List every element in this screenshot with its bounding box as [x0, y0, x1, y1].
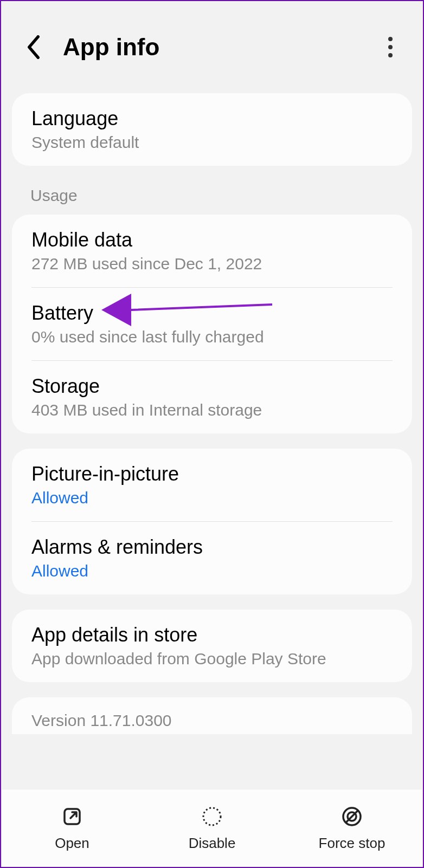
battery-value: 0% used since last fully charged [31, 328, 393, 346]
storage-value: 403 MB used in Internal storage [31, 401, 393, 419]
open-label: Open [55, 835, 89, 852]
language-card: Language System default [12, 93, 412, 166]
language-title: Language [31, 107, 393, 130]
battery-title: Battery [31, 302, 393, 325]
mobile-data-title: Mobile data [31, 229, 393, 251]
pip-status: Allowed [31, 489, 393, 507]
bottom-action-bar: Open Disable Force stop [2, 789, 422, 867]
page-title: App info [63, 34, 377, 61]
force-stop-icon [341, 806, 363, 827]
version-text: Version 11.71.0300 [31, 711, 393, 730]
svg-point-4 [203, 808, 221, 825]
open-external-icon [61, 806, 83, 827]
app-details-value: App downloaded from Google Play Store [31, 650, 393, 668]
svg-point-1 [388, 45, 393, 49]
app-details-title: App details in store [31, 624, 393, 646]
version-card: Version 11.71.0300 [12, 697, 412, 734]
svg-point-0 [388, 37, 393, 41]
store-card: App details in store App downloaded from… [12, 610, 412, 682]
alarms-row[interactable]: Alarms & reminders Allowed [12, 522, 412, 594]
chevron-left-icon [26, 35, 41, 59]
pip-title: Picture-in-picture [31, 463, 393, 485]
language-value: System default [31, 133, 393, 152]
battery-row[interactable]: Battery 0% used since last fully charged [12, 288, 412, 360]
usage-card: Mobile data 272 MB used since Dec 1, 202… [12, 215, 412, 433]
open-button[interactable]: Open [2, 805, 142, 852]
usage-section-label: Usage [1, 181, 423, 215]
app-details-row[interactable]: App details in store App downloaded from… [12, 610, 412, 682]
force-stop-button[interactable]: Force stop [282, 805, 422, 852]
app-bar: App info [1, 1, 423, 93]
disable-icon [201, 806, 223, 827]
alarms-status: Allowed [31, 562, 393, 580]
mobile-data-row[interactable]: Mobile data 272 MB used since Dec 1, 202… [12, 215, 412, 287]
svg-point-2 [388, 53, 393, 57]
storage-row[interactable]: Storage 403 MB used in Internal storage [12, 361, 412, 433]
more-options-button[interactable] [377, 34, 403, 60]
language-row[interactable]: Language System default [12, 93, 412, 166]
storage-title: Storage [31, 375, 393, 398]
disable-button[interactable]: Disable [142, 805, 282, 852]
alarms-title: Alarms & reminders [31, 536, 393, 559]
more-vertical-icon [388, 36, 393, 58]
back-button[interactable] [21, 34, 47, 60]
mobile-data-value: 272 MB used since Dec 1, 2022 [31, 255, 393, 273]
pip-row[interactable]: Picture-in-picture Allowed [12, 449, 412, 521]
force-stop-label: Force stop [319, 835, 386, 852]
disable-label: Disable [189, 835, 236, 852]
permissions-card: Picture-in-picture Allowed Alarms & remi… [12, 449, 412, 594]
